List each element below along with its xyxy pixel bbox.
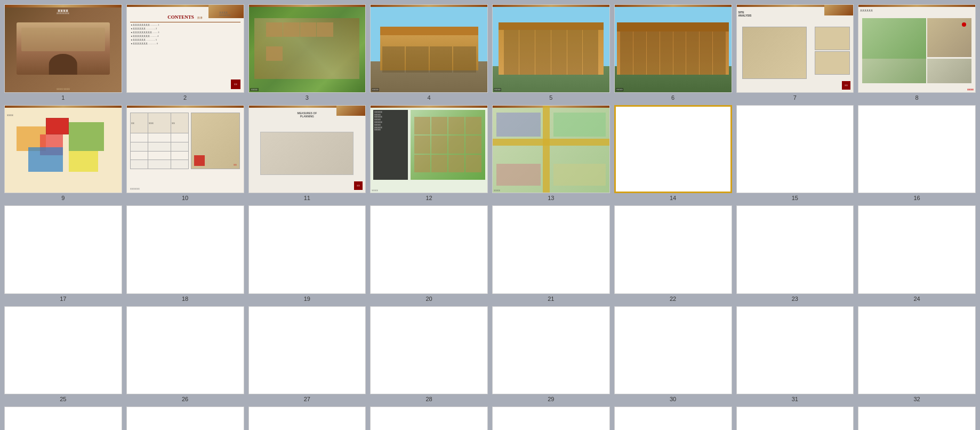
slide-wrapper-34 xyxy=(126,407,244,430)
slide-number-26: 26 xyxy=(182,396,188,402)
slide-6[interactable]: 某某某某 xyxy=(614,4,732,93)
slide-number-11: 11 xyxy=(304,195,310,201)
slide-37[interactable] xyxy=(492,407,610,430)
slide-38[interactable] xyxy=(614,407,732,430)
slide-wrapper-16: 16 xyxy=(858,105,976,202)
slide-number-21: 21 xyxy=(548,296,554,302)
slide-7[interactable]: SITEANALYSIS 某某 xyxy=(736,4,854,93)
slide-31[interactable] xyxy=(736,306,854,395)
slide-number-5: 5 xyxy=(549,94,552,101)
slide-number-20: 20 xyxy=(426,296,432,302)
slide-12-footer: 某某某某 xyxy=(372,189,378,192)
slide-16[interactable] xyxy=(858,105,976,194)
slide-1[interactable]: 某某某某 某某某某某某某某 某某某某 某某某某 xyxy=(4,4,122,93)
slide-32[interactable] xyxy=(858,306,976,395)
slide-wrapper-27: 27 xyxy=(248,306,366,403)
slide-number-14: 14 xyxy=(670,195,676,201)
slide-wrapper-33 xyxy=(4,407,122,430)
slide-number-12: 12 xyxy=(426,195,432,201)
slide-wrapper-39 xyxy=(736,407,854,430)
slide-number-17: 17 xyxy=(60,296,66,302)
slide-2[interactable]: CONTENTS 目录 ■ 某某某某某某某某 .............. 1 … xyxy=(126,4,244,93)
slide-wrapper-13: 某某某某 13 xyxy=(492,105,610,202)
slide-30[interactable] xyxy=(614,306,732,395)
slide-11-stamp: 某某 xyxy=(354,181,363,190)
slide-wrapper-36 xyxy=(370,407,488,430)
red-marker-8 xyxy=(962,22,966,27)
slide-number-24: 24 xyxy=(914,296,920,302)
slide-wrapper-28: 28 xyxy=(370,306,488,403)
slide-10[interactable]: 某某某某某某某 某某 某某某某某某 xyxy=(126,105,244,194)
slide-21[interactable] xyxy=(492,205,610,294)
slide-number-28: 28 xyxy=(426,396,432,402)
slide-40[interactable] xyxy=(858,407,976,430)
slide-wrapper-21: 21 xyxy=(492,205,610,302)
slide-9-legend: 某某某某 xyxy=(7,114,13,116)
slide-15[interactable] xyxy=(736,105,854,194)
slide-wrapper-20: 20 xyxy=(370,205,488,302)
slide-wrapper-12: 某某某某某某某某某某某某某某某某某某某某某某某某某某某某某某某某某某某某 xyxy=(370,105,488,202)
slide-13[interactable]: 某某某某 xyxy=(492,105,610,194)
slide-wrapper-8: 某某某某某某 某某某某 8 xyxy=(858,4,976,101)
slide-36[interactable] xyxy=(370,407,488,430)
slide-wrapper-11: MEASURES OFPLANNING 某某 11 xyxy=(248,105,366,202)
slide-number-15: 15 xyxy=(792,195,798,201)
contents-label-right: 某某某某XXXXXXXX xyxy=(219,11,230,17)
slide-39[interactable] xyxy=(736,407,854,430)
slide-wrapper-18: 18 xyxy=(126,205,244,302)
slide-wrapper-38 xyxy=(614,407,732,430)
slide-4[interactable]: 某某某某 xyxy=(370,4,488,93)
red-stamp: 某某 xyxy=(231,79,240,89)
slide-18[interactable] xyxy=(126,205,244,294)
slide-35[interactable] xyxy=(248,407,366,430)
slide-number-18: 18 xyxy=(182,296,188,302)
slide-11[interactable]: MEASURES OFPLANNING 某某 xyxy=(248,105,366,194)
slide-8[interactable]: 某某某某某某 某某某某 xyxy=(858,4,976,93)
red-text-8: 某某某某 xyxy=(967,89,974,91)
slide-17[interactable] xyxy=(4,205,122,294)
slide-24[interactable] xyxy=(858,205,976,294)
slide-wrapper-17: 17 xyxy=(4,205,122,302)
slide-28[interactable] xyxy=(370,306,488,395)
slide-33[interactable] xyxy=(4,407,122,430)
slide-29[interactable] xyxy=(492,306,610,395)
slide-number-23: 23 xyxy=(792,296,798,302)
slide-10-label: 某某 xyxy=(234,164,237,166)
slide-number-2: 2 xyxy=(183,94,187,101)
slide-wrapper-10: 某某某某某某某 某某 某某某某某某 10 xyxy=(126,105,244,202)
slide-number-9: 9 xyxy=(61,195,65,201)
slide-wrapper-31: 31 xyxy=(736,306,854,403)
slide-number-10: 10 xyxy=(182,195,188,201)
slide-8-text: 某某某某某某 xyxy=(860,10,974,12)
slide-wrapper-25: 25 xyxy=(4,306,122,403)
slide-22[interactable] xyxy=(614,205,732,294)
slide-26[interactable] xyxy=(126,306,244,395)
slide-number-25: 25 xyxy=(60,396,66,402)
slide-12[interactable]: 某某某某某某某某某某某某某某某某某某某某某某某某某某某某某某某某某某某某 xyxy=(370,105,488,194)
slide-5-label: 某某某某 xyxy=(494,88,501,91)
contents-subtitle: 目录 xyxy=(197,16,203,19)
slide-9[interactable]: 某某某某 xyxy=(4,105,122,194)
slide-4-label: 某某某某 xyxy=(372,88,379,91)
slide-34[interactable] xyxy=(126,407,244,430)
slide-wrapper-6: 某某某某 6 xyxy=(614,4,732,101)
slide-25[interactable] xyxy=(4,306,122,395)
slide-wrapper-19: 19 xyxy=(248,205,366,302)
slide-grid: 某某某某 某某某某某某某某 某某某某 某某某某 1 CONTENTS 目录 xyxy=(0,0,980,430)
slide-wrapper-9: 某某某某 9 xyxy=(4,105,122,202)
slide-number-7: 7 xyxy=(793,94,797,101)
slide-3[interactable]: 某某某某 xyxy=(248,4,366,93)
slide-number-27: 27 xyxy=(304,396,310,402)
slide-14[interactable] xyxy=(614,105,732,194)
slide-27[interactable] xyxy=(248,306,366,395)
slide-19[interactable] xyxy=(248,205,366,294)
contents-title: CONTENTS xyxy=(167,14,194,20)
slide-20[interactable] xyxy=(370,205,488,294)
slide-wrapper-3: 某某某某 3 xyxy=(248,4,366,101)
slide-wrapper-22: 22 xyxy=(614,205,732,302)
slide-number-32: 32 xyxy=(914,396,920,402)
slide-23[interactable] xyxy=(736,205,854,294)
slide-wrapper-14: 14 xyxy=(614,105,732,202)
slide-wrapper-1: 某某某某 某某某某某某某某 某某某某 某某某某 1 xyxy=(4,4,122,101)
slide-5[interactable]: 某某某某 xyxy=(492,4,610,93)
